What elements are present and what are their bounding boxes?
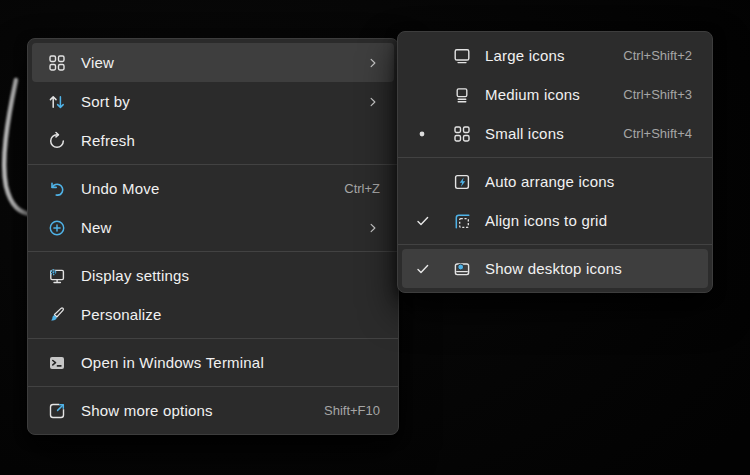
chevron-right-icon	[366, 221, 380, 235]
large-icons-icon	[452, 46, 472, 66]
menu-item-label: Align icons to grid	[485, 212, 607, 229]
menu-item-personalize[interactable]: Personalize	[32, 295, 394, 334]
menu-separator	[398, 157, 712, 158]
menu-item-auto-arrange-icons[interactable]: Auto arrange icons	[402, 162, 708, 201]
menu-item-label: New	[81, 219, 112, 236]
menu-item-label: Sort by	[81, 93, 130, 110]
show-desktop-icon	[452, 259, 472, 279]
new-icon	[47, 218, 67, 238]
menu-item-label: Auto arrange icons	[485, 173, 615, 190]
menu-item-display-settings[interactable]: Display settings	[32, 256, 394, 295]
menu-item-sort-by[interactable]: Sort by	[32, 82, 394, 121]
small-icons-icon	[452, 124, 472, 144]
menu-item-undo-move[interactable]: Undo MoveCtrl+Z	[32, 169, 394, 208]
chevron-right-icon	[366, 56, 380, 70]
menu-item-view[interactable]: View	[32, 43, 394, 82]
personalize-icon	[47, 305, 67, 325]
menu-separator	[28, 251, 398, 252]
view-grid-icon	[47, 53, 67, 73]
menu-item-label: Medium icons	[485, 86, 580, 103]
menu-item-label: View	[81, 54, 114, 71]
menu-item-align-icons-to-grid[interactable]: Align icons to grid	[402, 201, 708, 240]
radio-dot-icon	[411, 124, 452, 144]
menu-item-shortcut: Ctrl+Shift+2	[607, 48, 692, 63]
checkmark-icon	[411, 259, 452, 279]
menu-item-label: Small icons	[485, 125, 564, 142]
medium-icons-icon	[452, 85, 472, 105]
menu-item-small-icons[interactable]: Small iconsCtrl+Shift+4	[402, 114, 708, 153]
checkmark-icon	[411, 211, 452, 231]
menu-item-refresh[interactable]: Refresh	[32, 121, 394, 160]
menu-item-show-desktop-icons[interactable]: Show desktop icons	[402, 249, 708, 288]
menu-item-open-in-windows-terminal[interactable]: Open in Windows Terminal	[32, 343, 394, 382]
refresh-icon	[47, 131, 67, 151]
menu-item-shortcut: Ctrl+Shift+3	[607, 87, 692, 102]
check-column-spacer	[411, 85, 452, 105]
undo-icon	[47, 179, 67, 199]
menu-item-label: Open in Windows Terminal	[81, 354, 264, 371]
menu-separator	[398, 244, 712, 245]
menu-item-label: Show more options	[81, 402, 213, 419]
show-more-icon	[47, 401, 67, 421]
menu-item-shortcut: Ctrl+Z	[328, 181, 380, 196]
check-column-spacer	[411, 172, 452, 192]
display-settings-icon	[47, 266, 67, 286]
menu-item-label: Refresh	[81, 132, 135, 149]
auto-arrange-icon	[452, 172, 472, 192]
menu-separator	[28, 164, 398, 165]
menu-item-label: Display settings	[81, 267, 189, 284]
terminal-icon	[47, 353, 67, 373]
menu-item-shortcut: Ctrl+Shift+4	[607, 126, 692, 141]
menu-item-label: Undo Move	[81, 180, 160, 197]
menu-item-new[interactable]: New	[32, 208, 394, 247]
desktop-context-menu: ViewSort byRefreshUndo MoveCtrl+ZNewDisp…	[27, 38, 399, 435]
menu-item-show-more-options[interactable]: Show more optionsShift+F10	[32, 391, 394, 430]
menu-item-large-icons[interactable]: Large iconsCtrl+Shift+2	[402, 36, 708, 75]
menu-separator	[28, 386, 398, 387]
menu-item-medium-icons[interactable]: Medium iconsCtrl+Shift+3	[402, 75, 708, 114]
menu-item-label: Show desktop icons	[485, 260, 622, 277]
sort-icon	[47, 92, 67, 112]
menu-separator	[28, 338, 398, 339]
menu-item-shortcut: Shift+F10	[308, 403, 380, 418]
menu-item-label: Personalize	[81, 306, 162, 323]
check-column-spacer	[411, 46, 452, 66]
align-grid-icon	[452, 211, 472, 231]
menu-item-label: Large icons	[485, 47, 565, 64]
chevron-right-icon	[366, 95, 380, 109]
view-submenu: Large iconsCtrl+Shift+2Medium iconsCtrl+…	[397, 31, 713, 293]
